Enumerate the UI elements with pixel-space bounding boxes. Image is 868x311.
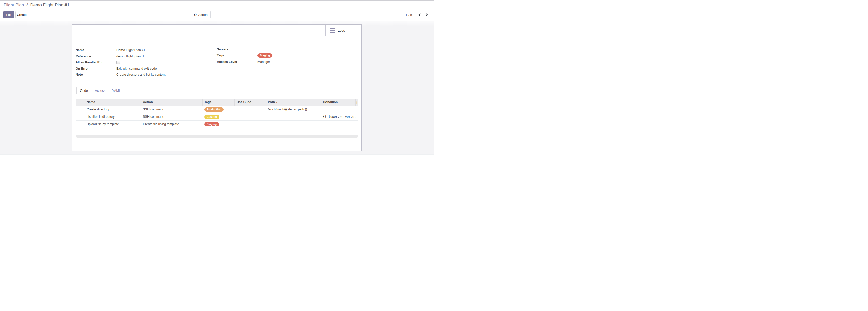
breadcrumb: Flight Plan / Demo Flight Plan #1	[4, 3, 69, 8]
field-value: Demo Flight Plan #1	[114, 47, 215, 53]
optional-columns-toggle[interactable]: ⋮	[355, 99, 358, 106]
pager	[416, 11, 430, 18]
header-handle-column	[76, 99, 85, 106]
horizontal-scrollbar[interactable]	[76, 135, 358, 138]
cell-name: Upload file by template	[85, 122, 141, 126]
content-area: Logs Name Demo Flight Plan #1 Reference …	[0, 21, 434, 154]
cell-path: /such/much/{{ demo_path }}	[267, 108, 321, 111]
field-value: Manager	[255, 59, 357, 65]
breadcrumb-separator: /	[27, 3, 28, 7]
cell-name: Create directory	[85, 108, 141, 111]
create-button[interactable]: Create	[15, 11, 28, 18]
commands-list: Name Action Tags Use Sudo Path ▾ Conditi…	[76, 98, 358, 128]
kebab-icon: ⋮	[355, 101, 358, 104]
field-label: On Error	[75, 67, 114, 70]
field-label: Note	[75, 73, 114, 77]
gear-icon: ⚙	[193, 13, 197, 17]
cell-condition: {{ tower.server.st	[321, 115, 358, 118]
control-panel: Flight Plan / Demo Flight Plan #1 Edit C…	[0, 1, 434, 21]
use-sudo-checkbox[interactable]	[237, 115, 237, 118]
list-header: Name Action Tags Use Sudo Path ▾ Conditi…	[76, 98, 358, 106]
header-condition[interactable]: Condition	[321, 99, 355, 106]
field-label: Access Level	[217, 60, 255, 64]
chevron-left-icon	[418, 13, 421, 16]
cell-use-sudo	[235, 115, 267, 118]
chevron-right-icon	[426, 13, 428, 16]
pager-counter: 1 / 5	[403, 11, 415, 18]
header-use-sudo[interactable]: Use Sudo	[235, 99, 267, 106]
form-group-right: Servers Tags Staging Access Level Manage…	[217, 47, 357, 65]
logs-button[interactable]: Logs	[326, 25, 362, 36]
header-path[interactable]: Path ▾	[267, 99, 321, 106]
field-value: Create directory and list its content	[114, 72, 215, 78]
table-row[interactable]: List files in directory SSH command Cust…	[76, 113, 358, 120]
cell-tags: Production	[203, 107, 235, 112]
field-servers: Servers	[217, 47, 357, 52]
form-sheet: Logs Name Demo Flight Plan #1 Reference …	[71, 25, 362, 151]
cell-action: SSH command	[141, 115, 203, 118]
tab-yaml[interactable]: YAML	[109, 87, 124, 94]
cell-action: SSH command	[141, 108, 203, 111]
table-row[interactable]: Upload file by template Create file usin…	[76, 120, 358, 128]
header-action[interactable]: Action	[141, 99, 203, 106]
cell-use-sudo	[235, 108, 267, 111]
field-value: Exit with command exit code	[114, 65, 215, 72]
field-value	[255, 47, 357, 52]
field-access-level: Access Level Manager	[217, 59, 357, 65]
use-sudo-checkbox[interactable]	[237, 108, 237, 111]
button-box: Logs	[72, 25, 362, 36]
pager-previous-button[interactable]	[416, 11, 423, 18]
field-label: Allow Parallel Run	[75, 61, 114, 64]
tag-badge: Staging	[257, 53, 272, 58]
field-label: Name	[75, 49, 114, 52]
logs-button-label: Logs	[338, 29, 345, 32]
table-row[interactable]: Create directory SSH command Production …	[76, 106, 358, 113]
tag-badge: Staging	[204, 122, 219, 126]
field-allow-parallel-run: Allow Parallel Run	[75, 59, 215, 65]
tag-badge: Custom	[204, 115, 219, 119]
allow-parallel-run-checkbox[interactable]	[116, 61, 120, 64]
sort-desc-icon: ▾	[276, 101, 277, 104]
form-group-left: Name Demo Flight Plan #1 Reference demo_…	[75, 47, 215, 78]
field-label: Tags	[217, 54, 255, 57]
list-icon	[330, 28, 335, 33]
field-name: Name Demo Flight Plan #1	[75, 47, 215, 53]
action-button[interactable]: ⚙ Action	[190, 11, 211, 18]
field-reference: Reference demo_flight_plan_1	[75, 53, 215, 59]
cell-use-sudo	[235, 122, 267, 126]
field-note: Note Create directory and list its conte…	[75, 72, 215, 78]
header-path-label: Path	[268, 101, 275, 104]
field-value	[114, 59, 215, 65]
tag-badge: Production	[204, 107, 224, 112]
cell-action: Create file using template	[141, 122, 203, 126]
use-sudo-checkbox[interactable]	[237, 122, 237, 126]
window-bottom-scrollbar[interactable]	[0, 154, 434, 156]
action-button-label: Action	[198, 13, 208, 17]
cell-tags: Custom	[203, 115, 235, 119]
header-tags[interactable]: Tags	[203, 99, 235, 106]
breadcrumb-current: Demo Flight Plan #1	[30, 3, 69, 7]
pager-next-button[interactable]	[423, 11, 430, 18]
field-on-error: On Error Exit with command exit code	[75, 65, 215, 72]
cell-tags: Staging	[203, 122, 235, 126]
field-label: Reference	[75, 55, 114, 58]
field-tags: Tags Staging	[217, 52, 357, 59]
tab-code[interactable]: Code	[76, 87, 91, 94]
cell-name: List files in directory	[85, 115, 141, 118]
breadcrumb-parent-link[interactable]: Flight Plan	[4, 3, 24, 7]
notebook-tabs: Code Access YAML	[76, 86, 358, 94]
tab-access[interactable]: Access	[91, 87, 109, 94]
field-value: demo_flight_plan_1	[114, 53, 215, 59]
edit-button[interactable]: Edit	[3, 11, 14, 18]
field-label: Servers	[217, 48, 255, 51]
field-value: Staging	[255, 52, 357, 59]
header-name[interactable]: Name	[85, 99, 141, 106]
